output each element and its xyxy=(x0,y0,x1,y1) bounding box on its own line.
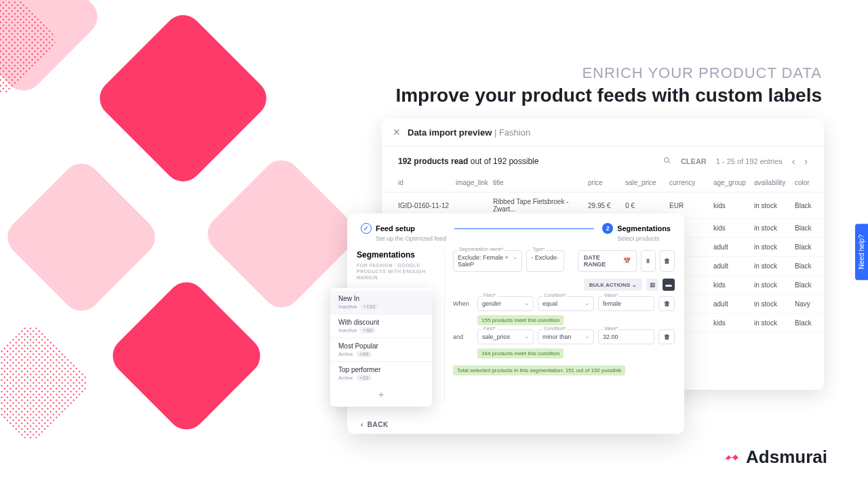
trash-icon: 🗑 xyxy=(664,258,670,264)
grid-view-icon[interactable]: ▦ xyxy=(646,279,658,291)
decoration-diamond xyxy=(0,0,105,98)
back-label: BACK xyxy=(368,421,389,428)
chevron-left-icon: ‹ xyxy=(361,421,363,428)
remove-condition-button[interactable]: 🗑 xyxy=(658,296,675,311)
products-read-stat: 192 products read out of 192 possible xyxy=(398,157,538,166)
field-label: Field* xyxy=(482,326,497,331)
clear-button[interactable]: CLEAR xyxy=(681,157,707,165)
segment-count: +28 xyxy=(356,375,372,381)
cell-age-group: kids xyxy=(713,319,754,327)
segment-name: With discount xyxy=(338,319,424,326)
cell-age-group: kids xyxy=(713,224,754,232)
trash-icon: 🗑 xyxy=(664,300,670,307)
segment-count: +99 xyxy=(356,351,372,357)
remove-condition-button[interactable]: 🗑 xyxy=(658,329,675,344)
step-1[interactable]: ✓ Feed setup xyxy=(361,223,446,234)
svg-point-0 xyxy=(664,158,669,163)
condition-field-select[interactable]: Field* sale_price xyxy=(477,329,534,344)
segmentation-list-item[interactable]: New InInactive+192 xyxy=(330,291,432,314)
field-label: Value* xyxy=(603,293,619,298)
chevron-left-icon[interactable]: ‹ xyxy=(792,156,795,167)
field-value: female xyxy=(603,300,621,307)
segment-name: New In xyxy=(338,295,424,302)
check-icon: ✓ xyxy=(361,223,372,234)
total-selected-count: Total selected products in this segmenta… xyxy=(453,365,625,375)
type-select[interactable]: Type* - Exclude xyxy=(526,250,564,272)
cell-id: IGID-0160-11-12 xyxy=(398,202,456,209)
field-label: Condition* xyxy=(542,326,567,331)
col-title[interactable]: title xyxy=(493,179,588,186)
segmentation-list-item[interactable]: With discountInactive+50 xyxy=(330,314,432,338)
chevron-down-icon: ⌄ xyxy=(632,282,637,288)
cell-price: 29.95 € xyxy=(588,202,625,209)
segmentation-name-input[interactable]: Segmentation name* Exclude: Female + Sal… xyxy=(453,250,522,272)
preview-title-text: Data import preview xyxy=(408,127,492,138)
cell-availability: in stock xyxy=(754,202,795,209)
decoration-diamond xyxy=(0,156,163,319)
preview-category: Fashion xyxy=(499,127,530,138)
help-tab[interactable]: Need help? xyxy=(855,224,868,280)
pause-button[interactable]: ⏸ xyxy=(641,250,656,272)
col-age-group[interactable]: age_group xyxy=(713,179,754,186)
cell-title: Ribbed Tape Fietsbroek - Zwart... xyxy=(493,198,588,213)
field-label: Condition* xyxy=(542,293,567,298)
date-range-button[interactable]: DATE RANGE 📅 xyxy=(578,250,637,272)
segment-count: +192 xyxy=(360,304,379,310)
col-price[interactable]: price xyxy=(588,179,625,186)
condition-operator-select[interactable]: Condition* equal xyxy=(538,296,594,311)
step-1-subtitle: Set up the Optimized feed xyxy=(376,235,446,242)
field-value: Exclude: Female + SaleP xyxy=(458,254,509,268)
col-sale-price[interactable]: sale_price xyxy=(625,179,669,186)
col-availability[interactable]: availability xyxy=(754,179,795,186)
decoration-diamond xyxy=(105,274,268,437)
cell-color: Navy xyxy=(795,300,822,308)
back-button[interactable]: ‹ BACK xyxy=(361,421,389,428)
condition-value-input[interactable]: Value* female xyxy=(598,296,654,311)
search-icon[interactable] xyxy=(663,157,671,166)
segmentations-heading: Segmentations xyxy=(357,250,439,260)
cell-color: Black xyxy=(795,319,822,327)
pagination-text: 1 - 25 of 192 entries xyxy=(716,157,783,165)
condition-match-count: 164 products meet this condition xyxy=(477,348,564,359)
segment-name: Top performer xyxy=(338,366,424,373)
svg-line-1 xyxy=(668,162,670,164)
field-value: gender xyxy=(482,300,501,307)
step-2[interactable]: 2 Segmentations xyxy=(602,223,671,234)
step-connector xyxy=(454,228,594,229)
field-value: sale_price xyxy=(482,333,510,340)
eyebrow-text: ENRICH YOUR PRODUCT DATA xyxy=(582,64,822,82)
condition-field-select[interactable]: Field* gender xyxy=(477,296,534,311)
cell-color: Black xyxy=(795,224,822,232)
list-view-icon[interactable]: ▬ xyxy=(663,279,675,291)
brand-name: Adsmurai xyxy=(746,447,827,468)
table-header-row: id image_link title price sale_price cur… xyxy=(382,174,824,192)
cell-color: Black xyxy=(795,281,822,289)
segmentation-list-item[interactable]: Top performerActive+28 xyxy=(330,362,432,385)
col-currency[interactable]: currency xyxy=(669,179,713,186)
col-id[interactable]: id xyxy=(398,179,456,186)
bulk-actions-label: BULK ACTIONS xyxy=(589,282,630,288)
add-segmentation-button[interactable]: + xyxy=(330,385,432,404)
col-image[interactable]: image_link xyxy=(456,179,493,186)
segment-count: +50 xyxy=(360,327,376,333)
field-label: Segmentation name* xyxy=(458,247,505,251)
condition-value-input[interactable]: Value* 32.00 xyxy=(598,329,654,344)
col-color[interactable]: color xyxy=(795,179,822,186)
segment-status: Active xyxy=(338,351,353,357)
segmentations-subheading: FOR FASHION · GOOGLE · PRODUCTS WITH ENO… xyxy=(357,262,439,281)
segmentation-list-item[interactable]: Most PopularActive+99 xyxy=(330,338,432,362)
close-icon[interactable]: ✕ xyxy=(393,127,401,138)
field-label: Value* xyxy=(603,326,619,331)
cell-age-group: adult xyxy=(713,262,754,270)
chevron-right-icon[interactable]: › xyxy=(804,156,808,167)
decoration-dots xyxy=(0,321,93,445)
headline-text: Improve your product feeds with custom l… xyxy=(395,85,822,106)
bulk-actions-button[interactable]: BULK ACTIONS ⌄ xyxy=(584,279,642,291)
delete-button[interactable]: 🗑 xyxy=(660,250,675,272)
date-range-label: DATE RANGE xyxy=(584,254,620,268)
brand-logo: Adsmurai xyxy=(723,447,827,468)
field-value: - Exclude xyxy=(531,254,557,261)
condition-operator-select[interactable]: Condition* minor than xyxy=(538,329,594,344)
preview-title: Data import preview | Fashion xyxy=(408,127,530,138)
decoration-diamond xyxy=(92,7,275,190)
